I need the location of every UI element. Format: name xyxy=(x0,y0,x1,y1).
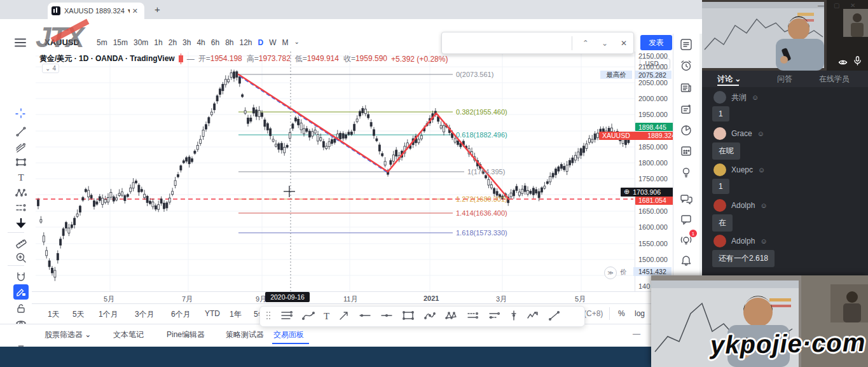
xabcd-pattern-tool-icon[interactable] xyxy=(13,185,29,200)
text-tool-icon[interactable]: T xyxy=(13,170,29,185)
range-3个月[interactable]: 3个月 xyxy=(135,309,155,320)
new-tab-button[interactable]: + xyxy=(155,4,160,15)
trend-line-tool-icon[interactable] xyxy=(13,124,29,139)
stream-window-minimize[interactable]: — xyxy=(818,2,824,9)
palette-vertical-icon[interactable] xyxy=(510,310,518,324)
timeframe-M[interactable]: M xyxy=(282,38,289,47)
viewers-eye-icon[interactable] xyxy=(838,57,848,69)
timeframe-12h[interactable]: 12h xyxy=(240,38,252,47)
palette-arrow-icon[interactable] xyxy=(338,310,350,324)
palette-drag-handle[interactable] xyxy=(265,310,272,323)
forecast-tool-icon[interactable] xyxy=(13,200,29,216)
timezone-label[interactable]: (C+8) xyxy=(584,309,603,318)
find-prev-icon[interactable]: ⌃ xyxy=(576,39,595,48)
browser-tab[interactable]: XAUUSD 1889.324 ▼ -0.77% ✕ xyxy=(48,3,144,19)
panel-collapse-button[interactable]: — xyxy=(633,329,640,338)
chat-message-list[interactable]: 共润☺1Grace☺在呢Xuepc☺1Adolph☺在Adolph☺还有一个2.… xyxy=(702,87,868,275)
timeframe-4h[interactable]: 4h xyxy=(196,38,205,47)
range-6个月[interactable]: 6个月 xyxy=(171,309,191,320)
lock-all-tool-icon[interactable] xyxy=(13,301,29,316)
news-icon[interactable] xyxy=(678,80,694,96)
text-notes-icon[interactable] xyxy=(678,101,694,118)
chat-message-bubble: 1 xyxy=(712,106,729,121)
legend-title[interactable]: 黄金/美元 · 1D · OANDA · TradingView xyxy=(39,53,175,64)
magnet-tool-icon[interactable] xyxy=(13,269,29,284)
range-5天[interactable]: 5天 xyxy=(72,309,85,320)
timeframe-3h[interactable]: 3h xyxy=(183,38,191,47)
publish-button[interactable]: 发表 xyxy=(640,35,672,50)
timeframe-30m[interactable]: 30m xyxy=(134,38,148,47)
price-tick: 1600.000 xyxy=(638,223,668,231)
palette-polyline-icon[interactable] xyxy=(302,310,315,324)
alerts-clock-icon[interactable] xyxy=(678,57,694,74)
add-alert-plus-icon[interactable]: ⊕ xyxy=(624,188,630,196)
bottom-tab-策略测试器[interactable]: 策略测试器 xyxy=(226,329,264,340)
stream-tab-问答[interactable]: 问答 xyxy=(777,74,792,85)
main-chart[interactable]: 0(2073.561)0.382(1955.460)0.618(1882.496… xyxy=(36,52,635,291)
watchlist-icon[interactable] xyxy=(678,36,694,53)
timeframe-2h[interactable]: 2h xyxy=(169,38,177,47)
arrow-down-icon[interactable] xyxy=(13,216,29,231)
zoom-in-tool-icon[interactable] xyxy=(13,250,29,265)
bottom-tab-交易面板[interactable]: 交易面板 xyxy=(273,329,304,340)
timeframe-6h[interactable]: 6h xyxy=(211,38,219,47)
stream-window-close[interactable]: ✕ xyxy=(850,2,855,9)
tab-close-icon[interactable]: ✕ xyxy=(130,6,141,17)
palette-trendline-icon[interactable] xyxy=(548,310,561,324)
palette-lines-icon[interactable] xyxy=(280,310,293,324)
find-input[interactable] xyxy=(448,36,568,50)
legend-minus: — xyxy=(187,55,195,64)
crosshair-price-badge[interactable]: ⊕ 1703.906 xyxy=(621,188,679,197)
stream-tab-在线学员[interactable]: 在线学员 xyxy=(819,74,850,85)
find-bar: ⌃ ⌄ ✕ xyxy=(441,32,634,54)
timeframe-W[interactable]: W xyxy=(269,38,276,47)
timeframe-D[interactable]: D xyxy=(258,38,264,47)
palette-rectangle-icon[interactable] xyxy=(402,310,415,324)
range-1年[interactable]: 1年 xyxy=(230,309,242,320)
palette-dotline-a-icon[interactable] xyxy=(467,310,479,324)
shapes-tool-icon[interactable] xyxy=(13,155,29,170)
log-scale-button[interactable]: log xyxy=(635,309,645,318)
timeframe-15m[interactable]: 15m xyxy=(113,38,128,47)
palette-hline-icon[interactable] xyxy=(359,310,371,324)
mic-icon[interactable] xyxy=(853,56,862,68)
palette-zigzag-icon[interactable] xyxy=(527,310,539,324)
find-close-icon[interactable]: ✕ xyxy=(614,39,633,48)
scroll-to-line-button[interactable]: ≫ xyxy=(604,267,617,279)
timeframe-5m[interactable]: 5m xyxy=(97,38,107,47)
locked-drawing-tool-icon[interactable] xyxy=(13,284,29,300)
timeframe-1h[interactable]: 1h xyxy=(154,38,162,47)
find-next-icon[interactable]: ⌄ xyxy=(595,39,614,48)
notifications-bell-icon[interactable] xyxy=(678,253,694,269)
ruler-tool-icon[interactable] xyxy=(13,235,29,250)
bottom-tab-文本笔记[interactable]: 文本笔记 xyxy=(113,329,144,340)
crosshair-tool-icon[interactable] xyxy=(13,106,29,121)
range-YTD[interactable]: YTD xyxy=(205,309,220,318)
timeframe-8h[interactable]: 8h xyxy=(225,38,233,47)
pie-chart-icon[interactable] xyxy=(678,122,694,139)
palette-xabcd-icon[interactable] xyxy=(445,310,458,324)
percent-scale-button[interactable]: % xyxy=(618,309,625,318)
main-menu-icon[interactable] xyxy=(14,38,27,48)
range-1天[interactable]: 1天 xyxy=(48,309,60,320)
timeframe-more-icon[interactable]: ⌄ xyxy=(294,38,300,47)
stream-window-maximize[interactable]: ▢ xyxy=(834,2,839,9)
pip-video[interactable]: ykpojie·com xyxy=(651,275,868,367)
low-price-label: 价 xyxy=(620,268,627,277)
palette-text-icon[interactable]: T xyxy=(324,311,329,322)
ideas-lightbulb-icon[interactable] xyxy=(678,164,694,181)
public-chat-icon[interactable] xyxy=(678,191,694,207)
bottom-tab-Pine编辑器[interactable]: Pine编辑器 xyxy=(167,329,205,340)
range-1个月[interactable]: 1个月 xyxy=(99,309,118,320)
object-tree-chip[interactable]: ⌄ 4 xyxy=(42,64,59,73)
pitchfork-tool-icon[interactable] xyxy=(13,141,29,156)
streams-icon[interactable]: 1 xyxy=(678,232,694,249)
bottom-tab-股票筛选器[interactable]: 股票筛选器 ⌄ xyxy=(45,329,91,340)
stream-tab-讨论[interactable]: 讨论 ⌄ xyxy=(717,74,741,85)
palette-ray-icon[interactable] xyxy=(380,310,393,324)
economic-calendar-icon[interactable] xyxy=(678,142,694,159)
palette-dotline-b-icon[interactable] xyxy=(488,310,501,324)
palette-cycle-pattern-icon[interactable] xyxy=(424,310,436,324)
chat-avatar xyxy=(713,91,726,104)
private-chat-icon[interactable] xyxy=(678,211,694,228)
